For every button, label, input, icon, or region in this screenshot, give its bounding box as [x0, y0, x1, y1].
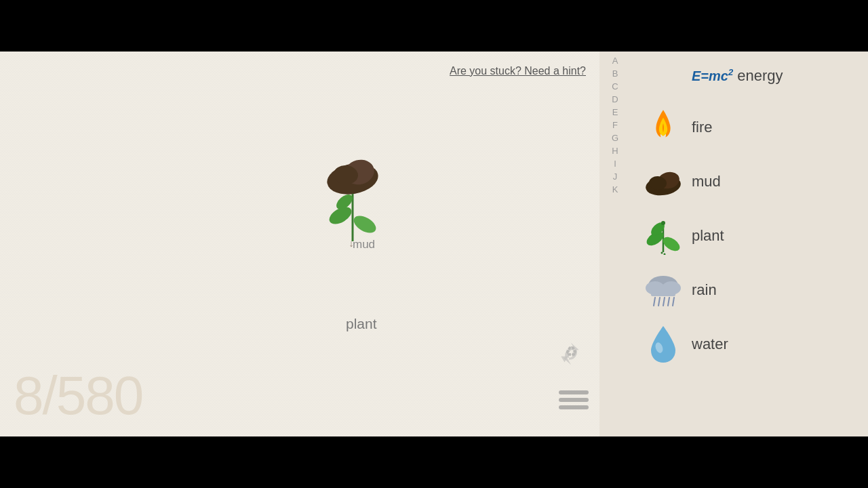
- game-area: Are you stuck? Need a hint? 8/580: [0, 52, 599, 436]
- svg-text:♻: ♻: [565, 344, 578, 359]
- emc-formula: E=mc2: [692, 67, 733, 84]
- menu-button[interactable]: [559, 390, 589, 409]
- svg-point-16: [661, 221, 665, 225]
- water-name: water: [692, 336, 728, 353]
- alpha-K[interactable]: K: [599, 183, 631, 196]
- alpha-H[interactable]: H: [599, 144, 631, 157]
- alpha-A[interactable]: A: [599, 54, 631, 67]
- svg-rect-22: [651, 289, 675, 296]
- alpha-C[interactable]: C: [599, 80, 631, 93]
- plant-item[interactable]: plant: [637, 209, 861, 263]
- rain-item[interactable]: rain: [637, 263, 861, 317]
- svg-point-18: [664, 253, 666, 256]
- plant-inline-label: plant: [346, 316, 377, 332]
- svg-line-23: [654, 298, 655, 306]
- score-display: 8/580: [14, 369, 142, 423]
- energy-label: E=mc2 energy: [692, 67, 783, 85]
- alpha-J[interactable]: J: [599, 170, 631, 183]
- rain-name: rain: [692, 281, 717, 299]
- svg-line-25: [663, 298, 665, 306]
- alphabet-sidebar: A B C D E F G H I J K: [599, 52, 631, 436]
- water-item[interactable]: water: [637, 317, 861, 371]
- fire-icon: [642, 106, 685, 149]
- energy-item[interactable]: E=mc2 energy: [637, 52, 861, 100]
- fire-name: fire: [692, 119, 713, 136]
- menu-line-3: [559, 405, 589, 409]
- screen-wrapper: Are you stuck? Need a hint? 8/580: [0, 0, 868, 488]
- alpha-I[interactable]: I: [599, 157, 631, 170]
- elements-panel: E=mc2 energy fire: [631, 52, 868, 436]
- mud-name: mud: [692, 173, 721, 190]
- alpha-B[interactable]: B: [599, 67, 631, 80]
- energy-icon: [642, 54, 685, 98]
- recycle-button[interactable]: ♻: [556, 339, 586, 369]
- alpha-E[interactable]: E: [599, 106, 631, 119]
- mud-inline-label: mud: [353, 238, 375, 251]
- menu-line-1: [559, 390, 589, 394]
- alpha-F[interactable]: F: [599, 119, 631, 131]
- fire-item[interactable]: fire: [637, 100, 861, 155]
- mud-item[interactable]: mud: [637, 155, 861, 209]
- svg-line-26: [668, 298, 669, 306]
- water-icon: [642, 323, 685, 366]
- svg-line-24: [658, 298, 660, 306]
- bottom-bar: [0, 436, 868, 488]
- svg-point-17: [661, 252, 663, 254]
- alpha-D[interactable]: D: [599, 93, 631, 106]
- svg-line-27: [673, 298, 674, 306]
- rain-icon: [642, 268, 685, 312]
- energy-text: energy: [737, 67, 783, 85]
- mud-icon: [642, 160, 685, 203]
- hint-link[interactable]: Are you stuck? Need a hint?: [450, 65, 586, 77]
- content-area: Are you stuck? Need a hint? 8/580: [0, 52, 868, 436]
- mud-game-element[interactable]: ↓: [319, 153, 387, 248]
- menu-line-2: [559, 398, 589, 402]
- plant-icon: [642, 214, 685, 258]
- alpha-G[interactable]: G: [599, 131, 631, 144]
- svg-point-5: [351, 212, 378, 236]
- plant-name: plant: [692, 227, 724, 245]
- top-bar: [0, 0, 868, 52]
